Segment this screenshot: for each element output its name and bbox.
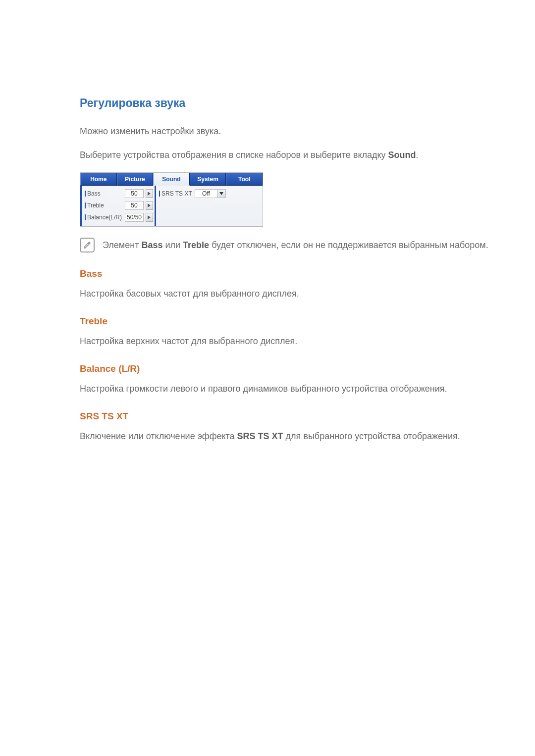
balance-heading: Balance (L/R) (80, 363, 490, 374)
treble-field-label-text: Treble (87, 202, 104, 209)
srs-paragraph: Включение или отключение эффекта SRS TS … (80, 430, 490, 443)
bass-heading: Bass (80, 268, 490, 279)
triangle-right-icon (148, 192, 151, 196)
bass-stepper-button[interactable] (146, 189, 153, 198)
svg-marker-0 (148, 192, 151, 196)
intro2-bold: Sound (388, 150, 416, 160)
tab-system[interactable]: System (190, 173, 226, 186)
row-treble: Treble 50 (85, 200, 153, 211)
svg-marker-3 (219, 192, 223, 195)
srs-dropdown-button[interactable] (217, 190, 225, 198)
bass-value[interactable]: 50 (125, 189, 144, 198)
intro-line-2: Выберите устройства отображения в списке… (80, 149, 490, 161)
tab-sound[interactable]: Sound (153, 173, 190, 186)
tab-bar: Home Picture Sound System Tool (80, 173, 263, 186)
settings-col-left: Bass 50 Treble 50 Balance(L/R) 50/50 (82, 186, 156, 226)
srs-p-suffix: для выбранного устройства отображения. (283, 431, 460, 441)
tab-tool[interactable]: Tool (226, 173, 263, 186)
triangle-right-icon (148, 215, 151, 219)
balance-field-label: Balance(L/R) (85, 214, 123, 221)
srs-dropdown-value: Off (195, 190, 217, 198)
note-bold-2: Treble (183, 240, 209, 250)
tab-picture[interactable]: Picture (117, 173, 154, 186)
treble-field-label: Treble (85, 202, 123, 209)
chevron-down-icon (219, 192, 223, 195)
settings-col-right: SRS TS XT Off (155, 186, 229, 226)
svg-marker-2 (148, 215, 151, 219)
balance-stepper-button[interactable] (146, 213, 153, 222)
note-icon (80, 238, 95, 252)
treble-heading: Treble (80, 316, 490, 327)
treble-paragraph: Настройка верхних частот для выбранного … (80, 335, 490, 348)
srs-field-label: SRS TS XT (159, 190, 193, 197)
bass-field-label: Bass (85, 190, 123, 197)
bass-paragraph: Настройка басовых частот для выбранного … (80, 287, 490, 300)
row-balance: Balance(L/R) 50/50 (85, 211, 153, 223)
balance-paragraph: Настройка громкости левого и правого дин… (80, 382, 490, 395)
sound-settings-panel: Home Picture Sound System Tool Bass 50 T… (80, 172, 263, 227)
treble-value[interactable]: 50 (125, 201, 144, 210)
bass-field-label-text: Bass (87, 190, 101, 197)
balance-field-label-text: Balance(L/R) (87, 214, 122, 221)
treble-stepper-button[interactable] (146, 201, 153, 210)
intro2-suffix: . (416, 150, 419, 160)
note-text: Элемент Bass или Treble будет отключен, … (103, 240, 488, 251)
section-title: Регулировка звука (80, 97, 490, 110)
srs-heading: SRS TS XT (80, 411, 490, 422)
svg-marker-1 (148, 203, 151, 207)
note-block: Элемент Bass или Treble будет отключен, … (80, 238, 490, 252)
note-prefix: Элемент (103, 240, 141, 250)
note-bold-1: Bass (141, 240, 162, 250)
note-mid: или (162, 240, 183, 250)
triangle-right-icon (148, 203, 151, 207)
settings-body: Bass 50 Treble 50 Balance(L/R) 50/50 (80, 186, 263, 226)
intro2-prefix: Выберите устройства отображения в списке… (80, 150, 388, 160)
intro-line-1: Можно изменить настройки звука. (80, 125, 490, 138)
row-bass: Bass 50 (85, 188, 153, 200)
srs-dropdown[interactable]: Off (195, 189, 226, 198)
srs-p-prefix: Включение или отключение эффекта (80, 431, 237, 441)
row-srs: SRS TS XT Off (159, 188, 226, 200)
srs-field-label-text: SRS TS XT (161, 190, 192, 197)
srs-p-bold: SRS TS XT (237, 431, 283, 441)
tab-home[interactable]: Home (80, 173, 117, 186)
note-suffix: будет отключен, если он не поддерживаетс… (209, 240, 488, 250)
balance-value[interactable]: 50/50 (125, 213, 144, 222)
pencil-icon (83, 241, 92, 250)
